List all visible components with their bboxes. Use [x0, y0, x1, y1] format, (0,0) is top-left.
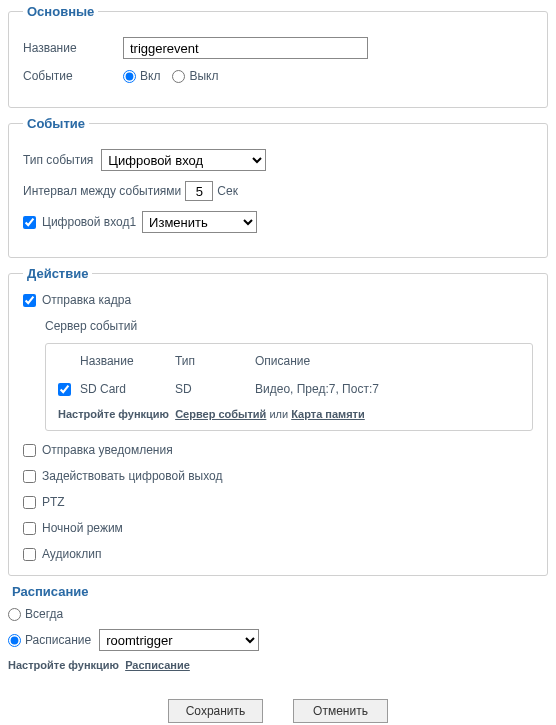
server-link[interactable]: Сервер событий: [175, 408, 266, 420]
config-server-line: Настройте функцию Сервер событий или Кар…: [58, 408, 520, 420]
row-checkbox[interactable]: [58, 383, 71, 396]
digital-out-checkbox[interactable]: [23, 470, 36, 483]
schedule-always-radio[interactable]: [8, 608, 21, 621]
event-type-select[interactable]: Цифровой вход: [101, 149, 266, 171]
row-desc: Видео, Пред:7, Пост:7: [255, 382, 520, 396]
card-link[interactable]: Карта памяти: [291, 408, 365, 420]
interval-unit: Сек: [217, 184, 238, 198]
action-fieldset: Действие Отправка кадра Сервер событий Н…: [8, 266, 548, 576]
row-name: SD Card: [80, 382, 175, 396]
save-button[interactable]: Сохранить: [168, 699, 263, 723]
radio-on-label[interactable]: Вкл: [123, 69, 160, 83]
send-frame-checkbox[interactable]: [23, 294, 36, 307]
radio-off-label[interactable]: Выкл: [172, 69, 218, 83]
name-label: Название: [23, 41, 123, 55]
event-fieldset: Событие Тип события Цифровой вход Интерв…: [8, 116, 548, 258]
th-desc: Описание: [255, 354, 520, 368]
button-row: Сохранить Отменить: [0, 699, 556, 723]
event-legend: Событие: [23, 116, 89, 131]
name-input[interactable]: [123, 37, 368, 59]
ptz-checkbox[interactable]: [23, 496, 36, 509]
th-name: Название: [80, 354, 175, 368]
send-notification-label: Отправка уведомления: [42, 443, 173, 457]
night-mode-checkbox[interactable]: [23, 522, 36, 535]
event-enable-label: Событие: [23, 69, 123, 83]
th-type: Тип: [175, 354, 255, 368]
row-type: SD: [175, 382, 255, 396]
radio-on[interactable]: [123, 70, 136, 83]
event-server-title: Сервер событий: [45, 319, 533, 333]
night-mode-label: Ночной режим: [42, 521, 123, 535]
change-select[interactable]: Изменить: [142, 211, 257, 233]
event-type-label: Тип события: [23, 153, 93, 167]
schedule-always-label[interactable]: Всегда: [8, 607, 63, 621]
audioclip-label: Аудиоклип: [42, 547, 101, 561]
interval-label: Интервал между событиями: [23, 184, 181, 198]
table-row: SD Card SD Видео, Пред:7, Пост:7: [58, 382, 520, 396]
schedule-custom-label[interactable]: Расписание: [8, 633, 91, 647]
audioclip-checkbox[interactable]: [23, 548, 36, 561]
basic-legend: Основные: [23, 4, 98, 19]
schedule-custom-radio[interactable]: [8, 634, 21, 647]
basic-fieldset: Основные Название Событие Вкл Выкл: [8, 4, 548, 108]
config-schedule-line: Настройте функцию Расписание: [8, 659, 556, 671]
digital-input-checkbox[interactable]: [23, 216, 36, 229]
ptz-label: PTZ: [42, 495, 65, 509]
action-legend: Действие: [23, 266, 92, 281]
radio-off[interactable]: [172, 70, 185, 83]
schedule-select[interactable]: roomtrigger: [99, 629, 259, 651]
schedule-link[interactable]: Расписание: [125, 659, 190, 671]
digital-input-label: Цифровой вход1: [42, 215, 136, 229]
schedule-legend: Расписание: [12, 584, 556, 599]
cancel-button[interactable]: Отменить: [293, 699, 388, 723]
interval-input[interactable]: [185, 181, 213, 201]
send-frame-label: Отправка кадра: [42, 293, 131, 307]
send-notification-checkbox[interactable]: [23, 444, 36, 457]
digital-out-label: Задействовать цифровой выход: [42, 469, 222, 483]
server-table: Название Тип Описание SD Card SD Видео, …: [45, 343, 533, 431]
